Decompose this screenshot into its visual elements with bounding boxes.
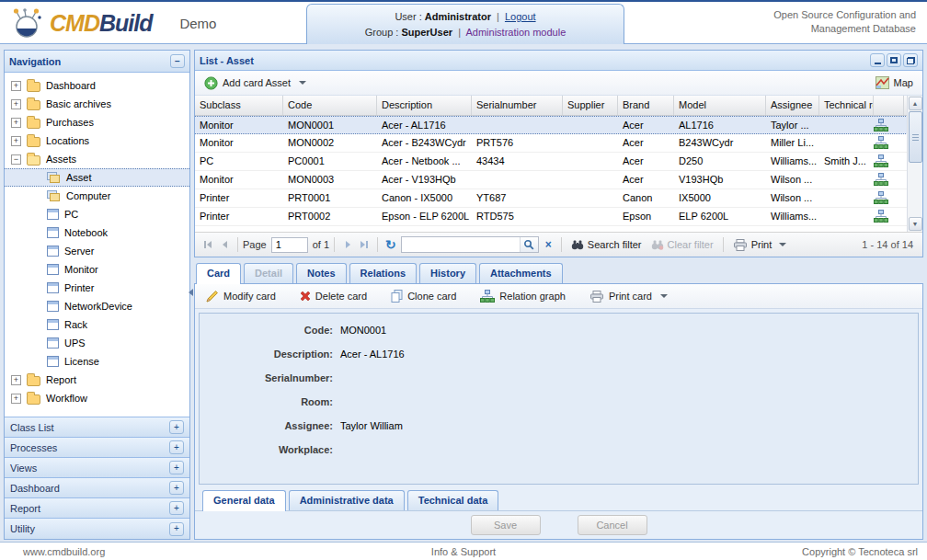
expand-accordion-button[interactable]: + [169,420,184,434]
first-page-button[interactable] [200,236,216,253]
column-header-technical[interactable]: Technical re [819,96,874,115]
minimize-button[interactable] [870,53,885,67]
column-header-supplier[interactable]: Supplier [563,96,618,115]
tab-technical-data[interactable]: Technical data [407,490,499,510]
tree-item-pc[interactable]: PC [5,205,189,223]
accordion-processes[interactable]: Processes+ [5,438,189,458]
column-header-code[interactable]: Code [283,96,377,115]
map-button[interactable]: Map [872,74,917,91]
tree-item-server[interactable]: Server [5,242,189,260]
administration-module-link[interactable]: Administration module [465,27,566,38]
table-row[interactable]: MonitorMON0003Acer - V193HQbAcerV193HQbW… [195,171,922,189]
tree-item-license[interactable]: License [5,352,189,371]
table-row[interactable]: MonitorMON0001Acer - AL1716AcerAL1716Tay… [195,116,922,134]
search-filter-button[interactable]: Search filter [566,237,647,252]
tree-item-monitor[interactable]: Monitor [5,260,189,279]
tab-relations[interactable]: Relations [349,263,418,283]
clear-filter-button[interactable]: Clear filter [647,237,718,252]
table-row[interactable]: PCPC0001Acer - Netbook ...43434AcerD250W… [195,153,922,171]
tree-item-report[interactable]: +Report [5,371,189,389]
modify-card-button[interactable]: Modify card [202,288,280,304]
tab-administrative-data[interactable]: Administrative data [289,490,405,510]
footer-info-support[interactable]: Info & Support [0,546,927,557]
column-header-subclass[interactable]: Subclass [195,96,283,115]
expand-icon[interactable]: + [11,394,21,404]
relation-graph-icon[interactable] [874,117,904,133]
delete-card-button[interactable]: Delete card [296,289,371,303]
accordion-report[interactable]: Report+ [5,498,189,519]
scrollbar-thumb[interactable] [909,111,922,163]
tree-item-basic-archives[interactable]: +Basic archives [5,95,189,113]
expand-icon[interactable]: + [11,99,21,109]
column-header-serialnumber[interactable]: Serialnumber [472,96,563,115]
tree-item-printer[interactable]: Printer [5,279,189,297]
table-row[interactable]: MonitorMON0002Acer - B243WCydrPRT576Acer… [195,134,922,153]
logout-link[interactable]: Logout [505,11,536,22]
table-row[interactable]: PrinterPRT0001Canon - IX5000YT687CanonIX… [195,189,922,208]
scroll-up-arrow[interactable]: ▲ [909,97,922,110]
relation-graph-icon[interactable] [874,134,904,152]
tree-item-workflow[interactable]: +Workflow [5,389,189,407]
tree-item-assets[interactable]: −Assets [5,150,189,168]
grid-vertical-scrollbar[interactable]: ▲ ▼ [907,96,922,232]
clear-search-icon[interactable]: × [541,238,556,251]
cancel-button[interactable]: Cancel [578,515,647,535]
tree-item-computer[interactable]: Computer [5,187,189,205]
accordion-views[interactable]: Views+ [5,458,189,478]
column-header-description[interactable]: Description [377,96,472,115]
quick-search-input[interactable] [401,236,539,253]
expand-icon[interactable]: + [11,81,21,91]
column-header-model[interactable]: Model [674,96,766,115]
tab-general-data[interactable]: General data [202,490,286,511]
tree-item-locations[interactable]: +Locations [5,131,189,150]
expand-icon[interactable]: + [11,118,21,128]
table-row[interactable]: PrinterPRT0002Epson - ELP 6200LRTD575Eps… [195,208,922,226]
save-button[interactable]: Save [471,515,541,535]
expand-accordion-button[interactable]: + [169,522,184,536]
expand-icon[interactable]: + [11,375,21,385]
tree-item-rack[interactable]: Rack [5,315,189,334]
tree-item-purchases[interactable]: +Purchases [5,113,189,131]
tree-item-dashboard[interactable]: +Dashboard [5,76,189,95]
relation-graph-icon[interactable] [874,189,904,207]
print-button[interactable]: Print [728,237,792,253]
previous-page-button[interactable] [216,236,233,253]
relation-graph-button[interactable]: Relation graph [476,288,569,305]
tab-detail[interactable]: Detail [244,263,293,283]
clone-card-button[interactable]: Clone card [387,288,460,304]
refresh-icon[interactable]: ↻ [385,237,396,252]
column-header-brand[interactable]: Brand [618,96,674,115]
splitter-collapse-arrow[interactable] [189,289,193,296]
accordion-utility[interactable]: Utility+ [5,519,189,539]
collapse-panel-button[interactable]: − [170,54,185,68]
print-card-button[interactable]: Print card [586,289,671,304]
expand-icon[interactable]: + [11,136,21,146]
maximize-button[interactable] [887,53,901,67]
accordion-dashboard[interactable]: Dashboard+ [5,478,189,498]
tree-item-networkdevice[interactable]: NetworkDevice [5,297,189,315]
scroll-down-arrow[interactable]: ▼ [909,217,922,231]
last-page-button[interactable] [356,236,372,253]
add-card-button[interactable]: Add card Asset [200,74,310,92]
relation-graph-icon[interactable] [874,208,904,225]
column-header-assignee[interactable]: Assignee [766,96,819,115]
expand-accordion-button[interactable]: + [169,440,184,454]
accordion-class-list[interactable]: Class List+ [5,417,189,438]
expand-accordion-button[interactable]: + [169,501,184,515]
tree-item-asset[interactable]: Asset [5,168,189,187]
expand-accordion-button[interactable]: + [169,461,184,474]
page-number-input[interactable] [271,237,308,253]
search-icon[interactable] [520,237,538,252]
restore-button[interactable] [903,53,918,67]
next-page-button[interactable] [339,236,356,253]
relation-graph-icon[interactable] [874,153,904,170]
tab-history[interactable]: History [419,263,476,283]
tab-notes[interactable]: Notes [296,263,347,283]
expand-accordion-button[interactable]: + [169,481,184,495]
tab-card[interactable]: Card [196,263,241,284]
tree-item-ups[interactable]: UPS [5,334,189,352]
tree-item-notebook[interactable]: Notebook [5,223,189,242]
tab-attachments[interactable]: Attachments [479,263,563,283]
relation-graph-icon[interactable] [874,171,904,189]
collapse-icon[interactable]: − [11,154,21,165]
